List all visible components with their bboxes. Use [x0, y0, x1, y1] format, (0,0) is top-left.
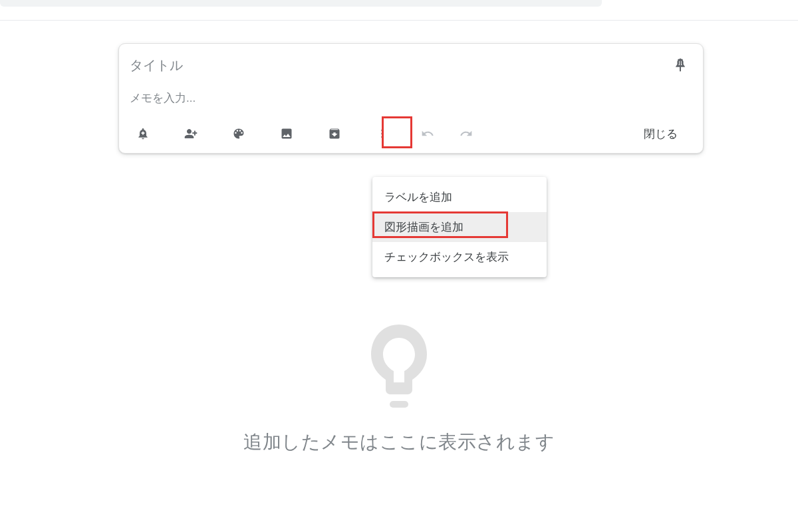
- archive-icon: [328, 127, 341, 140]
- bulb-icon: [359, 318, 439, 411]
- note-editor-card: 閉じる: [118, 43, 704, 154]
- menu-item-add-label[interactable]: ラベルを追加: [372, 182, 547, 212]
- palette-button[interactable]: [225, 120, 252, 147]
- collaborator-button[interactable]: [178, 120, 204, 147]
- pin-button[interactable]: [668, 53, 692, 77]
- header-divider: [0, 20, 798, 21]
- undo-button[interactable]: [414, 120, 441, 147]
- pin-icon: [673, 58, 688, 72]
- person-add-icon: [184, 127, 198, 140]
- redo-icon: [460, 127, 473, 140]
- more-menu-dropdown: ラベルを追加 図形描画を追加 チェックボックスを表示: [372, 177, 547, 277]
- empty-state-text: 追加したメモはここに表示されます: [243, 430, 555, 455]
- note-toolbar: 閉じる: [130, 118, 692, 149]
- bell-plus-icon: [136, 127, 150, 140]
- note-body-input[interactable]: [130, 89, 692, 118]
- title-row: [130, 53, 692, 77]
- window-chrome-fragment: [0, 0, 602, 7]
- more-vertical-icon: [376, 127, 389, 140]
- redo-button[interactable]: [453, 120, 479, 147]
- more-button[interactable]: [369, 120, 396, 147]
- palette-icon: [232, 127, 245, 140]
- image-icon: [280, 127, 293, 140]
- menu-item-show-checkboxes[interactable]: チェックボックスを表示: [372, 242, 547, 272]
- image-button[interactable]: [273, 120, 300, 147]
- empty-state: 追加したメモはここに表示されます: [0, 318, 798, 455]
- remind-button[interactable]: [130, 120, 156, 147]
- undo-icon: [421, 127, 434, 140]
- archive-button[interactable]: [321, 120, 348, 147]
- svg-rect-0: [390, 401, 408, 408]
- note-title-input[interactable]: [130, 55, 668, 76]
- close-button[interactable]: 閉じる: [629, 121, 692, 147]
- menu-item-add-drawing[interactable]: 図形描画を追加: [372, 212, 547, 242]
